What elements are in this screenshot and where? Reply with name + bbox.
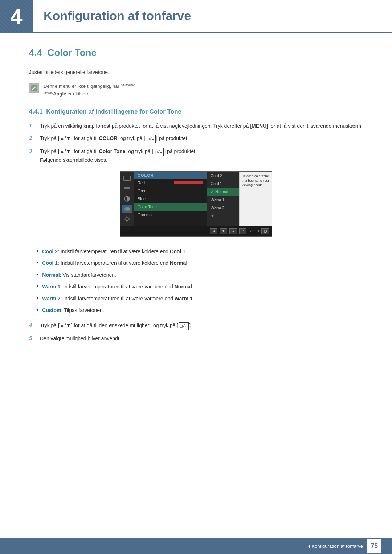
hint-text: Select a color tone that best suits your… (242, 174, 269, 187)
sidebar-icon-5 (122, 215, 132, 223)
submenu-cool2: Cool 2 (207, 172, 239, 180)
step-item-1: 1 Tryk på en vilkårlig knap forrest på p… (29, 122, 363, 130)
bullet-dot: • (36, 259, 38, 267)
menu-item-red: Red (134, 179, 207, 187)
main-content: 4.4 Color Tone Juster billedets generell… (0, 47, 392, 379)
bullet-dot: • (36, 306, 38, 314)
bullet-list: • Cool 2: Indstil farvetemperaturen til … (36, 247, 363, 314)
submenu-arrow: ▼ (207, 212, 239, 220)
bullet-dot: • (36, 247, 38, 255)
bullet-text: Normal: Vis standardfarvetonen. (42, 271, 116, 279)
bullet-item-custom: • Custom: Tilpas farvetonen. (36, 306, 363, 314)
submenu-cool1: Cool 1 (207, 180, 239, 188)
monitor-icon (123, 176, 131, 181)
bullet-item-warm1: • Warm 1: Indstil farvetemperaturen til … (36, 283, 363, 291)
contrast-icon (123, 196, 131, 202)
step-number-4: 4 (29, 321, 36, 328)
step-number-1: 1 (29, 122, 36, 128)
bullet-text: Cool 2: Indstil farvetemperaturen til at… (42, 247, 187, 255)
step-item-4: 4 Tryk på [▲/▼] for at gå til den ønsked… (29, 321, 363, 330)
step-item-2: 2 Tryk på [▲/▼] for at gå til COLOR, og … (29, 134, 363, 143)
bullet-item-cool1: • Cool 1: Indstil farvetemperaturen til … (36, 259, 363, 267)
chapter-title: Konfiguration af tonfarve (44, 9, 191, 23)
bullet-dot: • (36, 283, 38, 291)
sidebar-icon-2 (122, 185, 132, 193)
menu-item-color-tone: Color Tone (134, 203, 207, 211)
bullet-item-warm2: • Warm 2: Indstil farvetemperaturen til … (36, 295, 363, 303)
note-icon (29, 83, 39, 93)
step-number-3: 3 (29, 147, 36, 154)
svg-rect-3 (124, 176, 130, 180)
footer-page-number: 75 (367, 539, 381, 553)
toolbar-up: ▲ (229, 228, 237, 234)
toolbar-left: ◄ (210, 228, 217, 234)
bullet-dot: • (36, 271, 38, 279)
toolbar-enter: ↵ (239, 228, 246, 234)
bullet-text: Cool 1: Indstil farvetemperaturen til at… (42, 259, 189, 267)
submenu-warm2: Warm 2 (207, 204, 239, 212)
angle-bold: Angle (53, 91, 66, 97)
toolbar-down: ▼ (220, 228, 227, 234)
steps-continued: 4 Tryk på [▲/▼] for at gå til den ønsked… (29, 321, 363, 342)
svg-point-11 (126, 207, 130, 211)
menu-toolbar-container: ◄ ▼ ▲ ↵ AUTO ⏻ (120, 226, 272, 236)
step-item-3: 3 Tryk på [▲/▼] for at gå til Color Tone… (29, 147, 363, 164)
menu-item-blue: Blue (134, 195, 207, 203)
sidebar-icon-3 (122, 195, 132, 203)
section-heading: 4.4 Color Tone (29, 47, 363, 61)
bullet-text: Warm 1: Indstil farvetemperaturen til at… (42, 283, 193, 291)
page-header: 4 Konfiguration af tonfarve (0, 0, 392, 33)
bullet-dot: • (36, 295, 38, 303)
bullet-item-normal: • Normal: Vis standardfarvetonen. (36, 271, 363, 279)
step-number-2: 2 (29, 134, 36, 141)
menu-screenshot: i COLOR Red Green Blue Color Tone Gamma … (120, 171, 272, 237)
note-text: Denne menu er ikke tilgængelig, når SAMS… (44, 83, 135, 98)
step-number-5: 5 (29, 335, 36, 341)
toolbar-auto: AUTO (250, 229, 259, 233)
step-text-5: Den valgte mulighed bliver anvendt. (40, 335, 363, 342)
chapter-title-area: Konfiguration af tonfarve (33, 0, 392, 33)
chapter-number: 4 (10, 4, 22, 29)
step-text-4: Tryk på [▲/▼] for at gå til den ønskede … (40, 321, 363, 330)
bullet-text: Warm 2: Indstil farvetemperaturen til at… (42, 295, 194, 303)
subsection-heading: 4.4.1 Konfiguration af indstillingerne f… (29, 108, 363, 115)
red-bar (174, 181, 203, 184)
step-text-3: Tryk på [▲/▼] for at gå til Color Tone, … (40, 147, 363, 164)
submenu-warm1: Warm 1 (207, 196, 239, 204)
svg-point-13 (124, 217, 130, 222)
pencil-icon (31, 85, 37, 91)
lines-icon (123, 186, 131, 192)
toolbar-power: ⏻ (261, 228, 269, 234)
color-icon (123, 206, 131, 212)
page-footer: 4 Konfiguration af tonfarve 75 (0, 538, 392, 554)
sidebar-icon-1 (122, 175, 132, 182)
steps-list: 1 Tryk på en vilkårlig knap forrest på p… (29, 122, 363, 164)
gear-icon (123, 216, 131, 223)
menu-panel-header: COLOR (134, 172, 207, 179)
footer-chapter-text: 4 Konfiguration af tonfarve (308, 543, 363, 549)
step-text-2: Tryk på [▲/▼] for at gå til COLOR, og tr… (40, 134, 363, 143)
menu-item-green: Green (134, 187, 207, 195)
step-item-5: 5 Den valgte mulighed bliver anvendt. (29, 335, 363, 342)
bullet-text: Custom: Tilpas farvetonen. (42, 306, 104, 314)
bullet-item-cool2: • Cool 2: Indstil farvetemperaturen til … (36, 247, 363, 255)
menu-toolbar: ◄ ▼ ▲ ↵ AUTO ⏻ (120, 226, 272, 236)
note-box: Denne menu er ikke tilgængelig, når SAMS… (29, 83, 363, 98)
screenshot-caption: Følgende skærmbillede vises. (40, 157, 107, 163)
submenu-normal: ✓Normal (207, 188, 239, 196)
menu-item-gamma: Gamma (134, 211, 207, 219)
step-text-1: Tryk på en vilkårlig knap forrest på pro… (40, 122, 363, 130)
chapter-number-box: 4 (0, 0, 33, 33)
svg-point-12 (126, 218, 128, 221)
sidebar-icon-active (122, 205, 132, 213)
section-intro: Juster billedets generelle farvetone. (29, 68, 363, 76)
